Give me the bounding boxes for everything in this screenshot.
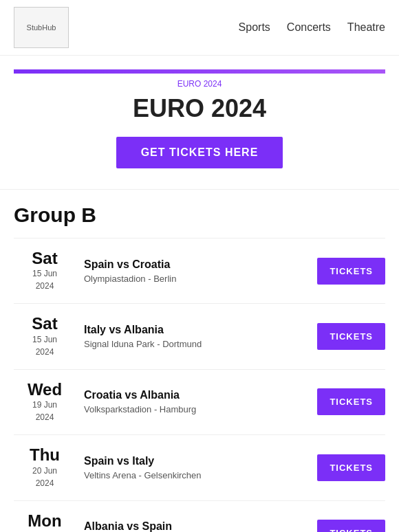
event-date-line: 15 Jun2024 (14, 267, 76, 292)
nav-theatre[interactable]: Theatre (347, 21, 385, 34)
tickets-button[interactable]: TICKETS (317, 258, 385, 285)
event-venue: Olympiastadion - Berlin (84, 274, 309, 284)
table-row: Sat 15 Jun2024 Spain vs Croatia Olympias… (14, 238, 385, 303)
event-day: Sat (14, 315, 76, 333)
events-list: Sat 15 Jun2024 Spain vs Croatia Olympias… (14, 238, 385, 532)
event-date-line: 15 Jun2024 (14, 333, 76, 358)
event-info: Spain vs Croatia Olympiastadion - Berlin (76, 258, 317, 284)
breadcrumb: EURO 2024 (14, 79, 385, 89)
event-info: Italy vs Albania Signal Iduna Park - Dor… (76, 324, 317, 349)
site-header: StubHub Sports Concerts Theatre (0, 0, 399, 56)
event-date: Wed 19 Jun2024 (14, 381, 76, 423)
event-info: Croatia vs Albania Volksparkstadion - Ha… (76, 389, 317, 414)
group-title: Group B (14, 203, 385, 227)
table-row: Thu 20 Jun2024 Spain vs Italy Veltins Ar… (14, 434, 385, 500)
event-date: Thu 20 Jun2024 (14, 446, 76, 489)
event-date-line: 19 Jun2024 (14, 399, 76, 423)
hero-section: EURO 2024 EURO 2024 GET TICKETS HERE (0, 56, 399, 190)
table-row: Wed 19 Jun2024 Croatia vs Albania Volksp… (14, 369, 385, 434)
tickets-button[interactable]: TICKETS (317, 323, 385, 350)
event-name: Italy vs Albania (84, 324, 309, 336)
event-info: Albania vs Spain Merkur Spiel-Arena - Dü… (76, 520, 317, 532)
table-row: Mon 24 Jun2024 Albania vs Spain Merkur S… (14, 500, 385, 532)
logo[interactable]: StubHub (14, 7, 69, 48)
event-day: Mon (14, 512, 76, 530)
page-title: EURO 2024 (14, 94, 385, 123)
nav-concerts[interactable]: Concerts (287, 21, 331, 34)
event-name: Spain vs Italy (84, 455, 309, 467)
event-name: Croatia vs Albania (84, 389, 309, 401)
event-info: Spain vs Italy Veltins Arena - Gelsenkir… (76, 455, 317, 480)
nav-sports[interactable]: Sports (239, 21, 270, 34)
tickets-button[interactable]: TICKETS (317, 520, 385, 532)
event-name: Albania vs Spain (84, 520, 309, 532)
hero-banner-image (14, 69, 385, 74)
event-day: Thu (14, 446, 76, 464)
tickets-button[interactable]: TICKETS (317, 454, 385, 481)
group-b-section: Group B Sat 15 Jun2024 Spain vs Croatia … (0, 190, 399, 532)
get-tickets-button[interactable]: GET TICKETS HERE (116, 137, 283, 168)
event-name: Spain vs Croatia (84, 258, 309, 271)
table-row: Sat 15 Jun2024 Italy vs Albania Signal I… (14, 303, 385, 368)
event-date: Sat 15 Jun2024 (14, 250, 76, 292)
event-day: Sat (14, 250, 76, 267)
event-venue: Volksparkstadion - Hamburg (84, 404, 309, 414)
event-date: Sat 15 Jun2024 (14, 315, 76, 357)
main-nav: Sports Concerts Theatre (239, 21, 385, 34)
event-date-line: 20 Jun2024 (14, 465, 76, 489)
event-venue: Signal Iduna Park - Dortmund (84, 339, 309, 349)
event-day: Wed (14, 381, 76, 399)
tickets-button[interactable]: TICKETS (317, 388, 385, 415)
event-date: Mon 24 Jun2024 (14, 512, 76, 532)
event-venue: Veltins Arena - Gelsenkirchen (84, 470, 309, 480)
